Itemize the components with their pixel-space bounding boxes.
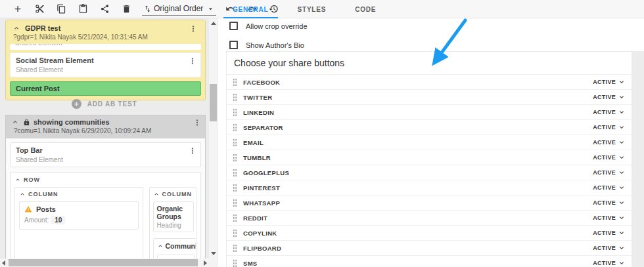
- checkbox-icon[interactable]: [229, 22, 238, 30]
- checkbox-allow-crop-override[interactable]: Allow crop override: [229, 22, 308, 30]
- collapse-icon[interactable]: [14, 176, 21, 183]
- element-card-top-bar[interactable]: Top Bar Shared Element: [10, 142, 201, 167]
- element-card-social-stream[interactable]: Social Stream Element Shared Element: [10, 52, 201, 77]
- element-card-organic-groups[interactable]: Organic Groups Heading: [153, 201, 194, 232]
- drag-handle-icon[interactable]: [233, 169, 237, 177]
- drag-handle-icon[interactable]: [233, 184, 237, 192]
- checkbox-show-authors-bio[interactable]: Show Author's Bio: [229, 41, 304, 49]
- share-network-name: TUMBLR: [243, 154, 593, 161]
- share-row[interactable]: TWITTER ACTIVE: [227, 89, 632, 104]
- share-buttons-card: Choose your share buttons FACEBOOK ACTIV…: [226, 51, 632, 267]
- collapse-icon[interactable]: [19, 191, 26, 197]
- column-container[interactable]: COLUMN Organic Groups Heading Communit: [149, 187, 196, 267]
- share-row[interactable]: COPYLINK ACTIVE: [227, 225, 632, 240]
- share-network-name: PINTEREST: [243, 184, 593, 192]
- status-dropdown[interactable]: ACTIVE: [593, 154, 626, 161]
- drag-handle-icon[interactable]: [233, 123, 237, 132]
- kebab-menu-icon[interactable]: [188, 146, 197, 155]
- share-network-name: SEPARATOR: [243, 124, 593, 131]
- share-row[interactable]: SMS ACTIVE: [227, 255, 632, 267]
- copy-button[interactable]: [53, 1, 70, 17]
- scroll-left-arrow[interactable]: [2, 260, 5, 266]
- element-card-current-post[interactable]: Current Post: [10, 81, 201, 96]
- sidebar-vertical-scrollbar[interactable]: [209, 18, 218, 267]
- horizontal-scroll-thumb[interactable]: [9, 259, 198, 266]
- status-dropdown[interactable]: ACTIVE: [593, 244, 626, 252]
- status-dropdown[interactable]: ACTIVE: [593, 123, 626, 131]
- share-row[interactable]: FLIPBOARD ACTIVE: [227, 240, 632, 255]
- status-value: ACTIVE: [593, 109, 616, 115]
- paste-button[interactable]: [74, 1, 91, 17]
- vertical-scroll-thumb[interactable]: [210, 84, 217, 121]
- element-card-posts[interactable]: Posts Amount: 10: [19, 201, 139, 230]
- share-row[interactable]: WHATSAPP ACTIVE: [227, 195, 632, 210]
- share-network-name: GOOGLEPLUS: [243, 169, 593, 176]
- kebab-menu-icon[interactable]: [189, 24, 198, 33]
- scroll-up-arrow[interactable]: [211, 22, 216, 25]
- drag-handle-icon[interactable]: [233, 229, 237, 237]
- share-row[interactable]: REDDIT ACTIVE: [227, 210, 632, 225]
- delete-button[interactable]: [118, 1, 135, 17]
- tab-general[interactable]: GENERAL: [218, 0, 283, 18]
- drag-handle-icon[interactable]: [233, 199, 237, 207]
- drag-handle-icon[interactable]: [233, 214, 237, 222]
- cut-button[interactable]: [31, 1, 48, 17]
- status-dropdown[interactable]: ACTIVE: [593, 138, 626, 146]
- share-row[interactable]: FACEBOOK ACTIVE: [227, 74, 632, 89]
- scroll-right-arrow[interactable]: [204, 260, 207, 266]
- collapse-icon[interactable]: [157, 243, 164, 249]
- clipped-element-card[interactable]: Shared Element: [10, 44, 201, 50]
- collapse-icon[interactable]: [12, 24, 20, 32]
- share-row[interactable]: TUMBLR ACTIVE: [227, 150, 632, 165]
- drag-handle-icon[interactable]: [233, 244, 237, 253]
- collapse-icon[interactable]: [153, 191, 160, 197]
- status-dropdown[interactable]: ACTIVE: [593, 93, 626, 101]
- section-title: showing communities: [34, 118, 110, 126]
- status-dropdown[interactable]: ACTIVE: [593, 184, 626, 192]
- add-button[interactable]: +: [9, 1, 26, 17]
- drag-handle-icon[interactable]: [233, 78, 237, 87]
- general-settings-panel: Allow crop override Show Author's Bio Ch…: [218, 18, 644, 267]
- status-dropdown[interactable]: ACTIVE: [593, 78, 626, 86]
- row-container[interactable]: ROW COLUMN Posts: [10, 172, 201, 267]
- drag-handle-icon[interactable]: [233, 93, 237, 102]
- share-row[interactable]: LINKEDIN ACTIVE: [227, 104, 632, 119]
- status-dropdown[interactable]: ACTIVE: [593, 259, 626, 267]
- section-showing-communities[interactable]: showing communities ?comu=1 Nikita Nayak…: [5, 115, 206, 267]
- drag-handle-icon[interactable]: [233, 259, 237, 267]
- status-value: ACTIVE: [593, 169, 616, 176]
- kebab-menu-icon[interactable]: [193, 118, 202, 127]
- status-dropdown[interactable]: ACTIVE: [593, 169, 626, 176]
- sidebar-horizontal-scrollbar[interactable]: [0, 258, 209, 267]
- share-row[interactable]: SEPARATOR ACTIVE: [227, 119, 632, 134]
- share-button[interactable]: [96, 1, 113, 17]
- add-ab-test-button[interactable]: + ADD AB TEST: [0, 99, 208, 109]
- share-row[interactable]: GOOGLEPLUS ACTIVE: [227, 165, 632, 180]
- status-dropdown[interactable]: ACTIVE: [593, 214, 626, 222]
- status-value: ACTIVE: [593, 184, 616, 191]
- sort-order-value: Original Order: [154, 4, 203, 13]
- drag-handle-icon[interactable]: [233, 138, 237, 147]
- element-subtitle: Heading: [157, 222, 190, 229]
- scroll-down-arrow[interactable]: [211, 252, 216, 255]
- chevron-down-icon: [618, 138, 626, 146]
- column-container[interactable]: COLUMN Posts Amount: 10: [14, 187, 143, 267]
- drag-handle-icon[interactable]: [233, 108, 237, 117]
- status-dropdown[interactable]: ACTIVE: [593, 199, 626, 207]
- lock-icon: [23, 119, 30, 126]
- ab-test-section-gdpr[interactable]: GDPR test ?gdpr=1 Nikita Nayak 5/21/2024…: [5, 20, 206, 100]
- checkbox-icon[interactable]: [229, 41, 238, 49]
- drag-handle-icon[interactable]: [233, 154, 237, 162]
- share-row[interactable]: EMAIL ACTIVE: [227, 134, 632, 150]
- plus-icon: +: [14, 3, 22, 15]
- tab-styles[interactable]: STYLES: [283, 0, 341, 18]
- clipped-element-label: Shared Element: [15, 44, 201, 47]
- status-value: ACTIVE: [593, 154, 616, 161]
- collapse-icon[interactable]: [11, 118, 19, 126]
- status-dropdown[interactable]: ACTIVE: [593, 108, 626, 116]
- sort-order-select[interactable]: Original Order: [142, 2, 216, 16]
- kebab-menu-icon[interactable]: [188, 56, 197, 66]
- share-row[interactable]: PINTEREST ACTIVE: [227, 180, 632, 195]
- tab-code[interactable]: CODE: [340, 0, 390, 18]
- status-dropdown[interactable]: ACTIVE: [593, 229, 626, 237]
